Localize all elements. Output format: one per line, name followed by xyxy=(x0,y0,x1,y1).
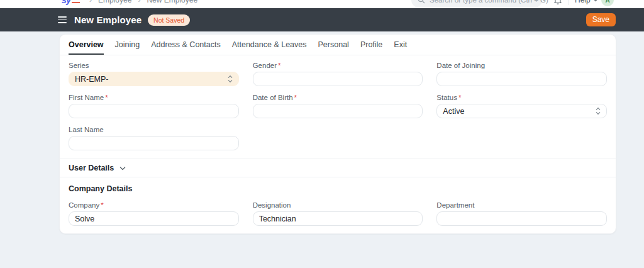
page-body: Overview Joining Address & Contacts Atte… xyxy=(0,34,644,268)
gender-input[interactable] xyxy=(253,72,423,86)
field-label: Date of Birth* xyxy=(253,94,423,102)
field-label: Department xyxy=(436,201,607,209)
designation-input[interactable] xyxy=(253,211,423,226)
breadcrumb: › Employee › New Employee xyxy=(89,0,197,8)
status-badge: Not Saved xyxy=(148,14,190,26)
field-company: Company* xyxy=(69,201,239,226)
tab-joining[interactable]: Joining xyxy=(115,35,140,55)
field-label: Gender* xyxy=(253,62,423,70)
tab-address-contacts[interactable]: Address & Contacts xyxy=(151,35,220,55)
series-select[interactable]: HR-EMP- xyxy=(69,72,239,86)
department-input[interactable] xyxy=(436,211,607,226)
required-marker: * xyxy=(105,94,108,101)
help-label: Help xyxy=(575,0,591,4)
select-stepper-icon xyxy=(228,75,233,83)
field-label: Company* xyxy=(69,201,239,209)
avatar-letter: A xyxy=(601,0,614,6)
company-input[interactable] xyxy=(69,211,239,226)
tab-attendance-leaves[interactable]: Attendance & Leaves xyxy=(232,35,307,55)
save-button[interactable]: Save xyxy=(586,13,616,26)
search-placeholder: Search or type a command (Ctrl + G) xyxy=(430,0,548,4)
field-label: Status* xyxy=(436,94,607,102)
field-first-name: First Name* xyxy=(69,94,239,118)
company-fields: Company* Designation Department xyxy=(69,201,607,226)
app-logo[interactable]: sy xyxy=(62,0,80,8)
page-title: New Employee xyxy=(74,14,142,25)
tab-exit[interactable]: Exit xyxy=(394,35,407,55)
select-stepper-icon xyxy=(596,107,601,115)
page-navbar: New Employee Not Saved Save xyxy=(0,8,644,31)
notifications-bell-icon[interactable] xyxy=(553,0,562,8)
breadcrumb-separator: › xyxy=(138,0,140,4)
avatar[interactable]: A xyxy=(601,0,614,8)
status-select[interactable]: Active xyxy=(436,104,607,118)
breadcrumb-item-employee[interactable]: Employee xyxy=(98,0,131,4)
breadcrumb-separator: › xyxy=(89,0,92,4)
topbar-divider xyxy=(569,0,569,8)
field-status: Status* Active xyxy=(436,94,607,118)
required-marker: * xyxy=(294,94,297,101)
tab-overview[interactable]: Overview xyxy=(69,35,104,55)
global-search-input[interactable]: Search or type a command (Ctrl + G) xyxy=(411,0,542,8)
field-date-of-joining: Date of Joining xyxy=(436,62,607,86)
breadcrumb-bar: sy › Employee › New Employee Search or t… xyxy=(0,0,644,8)
search-icon xyxy=(418,0,425,4)
date-of-joining-input[interactable] xyxy=(436,72,607,86)
required-marker: * xyxy=(278,62,280,69)
chevron-down-icon xyxy=(119,166,126,170)
section-company-details: Company Details Company* Designation Dep… xyxy=(60,177,616,233)
field-label: First Name* xyxy=(69,94,239,102)
chevron-down-icon xyxy=(593,0,598,2)
required-marker: * xyxy=(101,201,103,209)
menu-icon[interactable] xyxy=(58,16,67,23)
field-series: Series HR-EMP- xyxy=(69,62,239,86)
field-department: Department xyxy=(436,201,607,226)
section-user-details[interactable]: User Details xyxy=(60,159,616,177)
field-label: Designation xyxy=(253,201,423,209)
field-label: Last Name xyxy=(69,126,239,134)
help-menu[interactable]: Help xyxy=(575,0,598,8)
section-heading: Company Details xyxy=(69,184,607,193)
field-date-of-birth: Date of Birth* xyxy=(253,94,423,118)
form-tabs: Overview Joining Address & Contacts Atte… xyxy=(60,35,616,55)
series-value: HR-EMP- xyxy=(75,75,108,84)
field-gender: Gender* xyxy=(253,62,423,86)
date-of-birth-input[interactable] xyxy=(253,104,423,118)
overview-fields: Series HR-EMP- Gender* Date of Joining xyxy=(60,55,616,159)
field-label: Series xyxy=(69,62,239,70)
field-designation: Designation xyxy=(253,201,423,226)
field-last-name: Last Name xyxy=(69,126,239,150)
field-label: Date of Joining xyxy=(436,62,607,70)
required-marker: * xyxy=(458,94,461,101)
last-name-input[interactable] xyxy=(69,136,239,150)
tab-profile[interactable]: Profile xyxy=(360,35,382,55)
status-value: Active xyxy=(443,107,464,116)
first-name-input[interactable] xyxy=(69,104,239,118)
app-logo-text: sy xyxy=(62,0,80,5)
tab-personal[interactable]: Personal xyxy=(318,35,349,55)
form-card: Overview Joining Address & Contacts Atte… xyxy=(59,34,616,234)
breadcrumb-item-new-employee[interactable]: New Employee xyxy=(147,0,197,4)
section-label: User Details xyxy=(69,164,114,172)
